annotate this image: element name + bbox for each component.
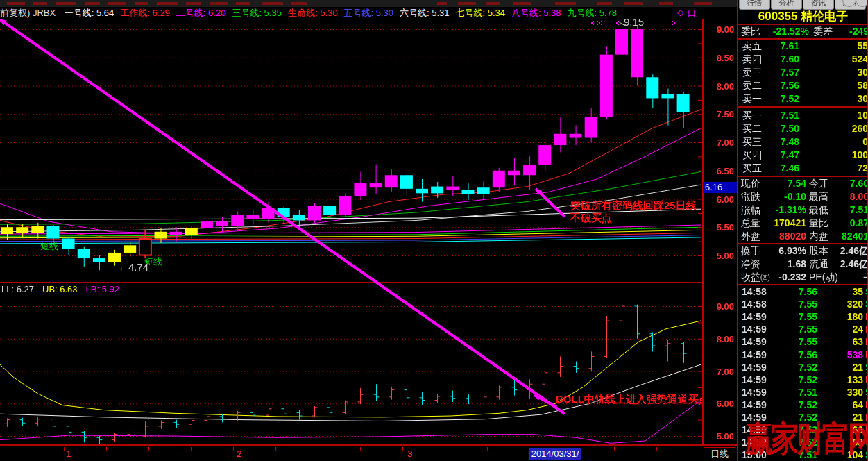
main-axis-label-6.00: 6.00 (704, 194, 734, 205)
breakout-annotation: 突破所有密码线回踩25日线 不破买点 (570, 199, 697, 224)
weicha-value: -249 (833, 25, 868, 38)
time-axis-bar: 2014/03/31/一 日线 123 (0, 444, 737, 461)
weibi-row: 委比 -21.52% 委差 -249 (738, 25, 868, 38)
bid-price: 7.46 (759, 162, 799, 175)
stat-label: 量比 (809, 217, 828, 230)
trade-price: 7.52 (774, 399, 817, 411)
ask-row-3[interactable]: 卖三7.5730 (738, 66, 868, 79)
stat-value: 7.51 (828, 203, 868, 217)
stat-label: 涨幅 (741, 203, 760, 217)
chart-canvas[interactable] (0, 19, 702, 444)
period-selector[interactable]: 日线 (704, 447, 735, 460)
time-axis-tick (614, 447, 615, 451)
indicator-item-三号线: 三号线: 5.35 (232, 8, 282, 18)
trade-time: 14:59 (742, 335, 767, 348)
time-axis-tick (22, 447, 22, 451)
boll-buy-annotation: BOLL中轨线上进入强势通道买点 (556, 393, 709, 405)
bid-row-1[interactable]: 买一7.5110 (738, 109, 868, 122)
trade-price: 7.55 (774, 310, 817, 323)
time-axis-tick (275, 447, 276, 451)
toolbar-fragment (135, 2, 148, 5)
indicator-item-工作线: 工作线: 6.29 (120, 8, 170, 18)
diamond-icon[interactable]: ◇ (677, 8, 683, 17)
main-axis-label-8.50: 8.50 (704, 53, 734, 63)
boll-axis-label-9.00: 9.00 (704, 301, 734, 312)
panel-tab-2[interactable]: 分析 (771, 0, 802, 10)
indicator-item-一号线: 一号线: 5.64 (65, 8, 114, 18)
breakout-annotation-line1: 突破所有密码线回踩25日线 (570, 199, 697, 212)
toolbar-fragment (555, 2, 576, 5)
bid-row-3[interactable]: 买三7.480 (738, 135, 868, 149)
stock-title[interactable]: 600355 精伦电子 (738, 8, 868, 24)
trade-time: 14:59 (742, 310, 767, 323)
bid-row-4[interactable]: 买四7.47100 (738, 149, 868, 162)
trade-price: 7.55 (774, 298, 817, 310)
toolbar-fragment (157, 2, 178, 5)
weibi-value: -21.52% (759, 25, 809, 38)
ask-row-4[interactable]: 卖四7.60524 (738, 53, 868, 66)
boll-axis-label-5.00: 5.00 (704, 431, 734, 442)
trade-volume: 180 (820, 310, 863, 323)
trade-row-1: 14:587.5635S (738, 285, 868, 298)
stat-label: 最低 (809, 203, 828, 217)
indicator-item-七号线: 七号线: 5.34 (456, 8, 506, 18)
weicha-label: 委差 (813, 25, 833, 38)
month-label-2: 2 (237, 449, 241, 459)
ask-volume: 30 (808, 66, 868, 79)
high-price-annotation: 9.15 (624, 16, 644, 28)
stat-value: 2.46亿 (828, 244, 868, 258)
bid-row-2[interactable]: 买二7.50260 (738, 122, 868, 135)
time-axis-tick (148, 447, 149, 451)
divider (738, 243, 868, 244)
time-axis-tick (233, 447, 234, 451)
time-axis-tick (318, 447, 318, 451)
bid-price: 7.50 (759, 122, 799, 135)
toolbar-fragment (236, 2, 250, 5)
stat-label: 现价 (741, 177, 760, 190)
ask-row-2[interactable]: 卖二7.5658 (738, 79, 868, 92)
bid-volume: 100 (808, 149, 868, 162)
breakout-annotation-line2: 不破买点 (570, 212, 697, 224)
trade-price: 7.52 (774, 361, 817, 374)
main-axis-label-6.50: 6.50 (704, 166, 734, 176)
toolbar-fragment (624, 2, 643, 5)
bid-volume: 10 (808, 109, 868, 122)
ask-row-1[interactable]: 卖一7.5230 (738, 92, 868, 106)
bid-volume: 72 (808, 162, 868, 175)
stat-value: 8.00 (828, 190, 868, 203)
trade-volume: 63 (820, 335, 863, 348)
stat-label: 今开 (809, 177, 828, 190)
panel-tab-1[interactable]: 行情 (739, 0, 770, 10)
ask-price: 7.61 (759, 40, 799, 53)
window-icon[interactable]: 口 (688, 8, 696, 19)
stat-label: 涨跌 (741, 190, 760, 203)
ask-row-5[interactable]: 卖五7.6155 (738, 40, 868, 53)
main-axis-label-7.00: 7.00 (704, 137, 734, 148)
stat-row-3: 总量170421量比0.87 (738, 217, 868, 230)
stat-row-5: 换手6.93%股本2.46亿 (738, 244, 868, 258)
crosshair-date-label[interactable]: 2014/03/31/一 (529, 448, 581, 460)
stat-label: 外盘 (741, 230, 760, 243)
trade-time: 14:59 (742, 323, 767, 335)
toolbar-fragment (513, 2, 531, 5)
trade-row-8: 14:597.52133B (738, 374, 868, 386)
trade-time: 14:59 (742, 399, 767, 411)
bid-row-5[interactable]: 买五7.4672 (738, 162, 868, 175)
trade-price: 7.56 (774, 285, 817, 298)
toolbar-fragment (108, 2, 126, 5)
bid-volume: 0 (808, 135, 868, 149)
trade-volume: 330 (820, 386, 863, 399)
panel-tab-3[interactable]: 资讯 (803, 0, 834, 10)
trade-price: 7.55 (774, 335, 817, 348)
stat-value: -0.10 (765, 190, 806, 203)
candlestick-chart[interactable] (0, 19, 702, 444)
boll-axis-label-7.00: 7.00 (704, 367, 734, 377)
indicator-item-生命线: 生命线: 5.30 (288, 8, 338, 18)
stat-label: 内盘 (809, 230, 828, 243)
ask-volume: 30 (808, 92, 868, 106)
ask-price: 7.57 (759, 66, 799, 79)
toolbar-fragment (33, 2, 47, 5)
toolbar-fragment (694, 2, 712, 5)
time-axis-tick (487, 447, 488, 451)
bid-price: 7.47 (759, 149, 799, 162)
